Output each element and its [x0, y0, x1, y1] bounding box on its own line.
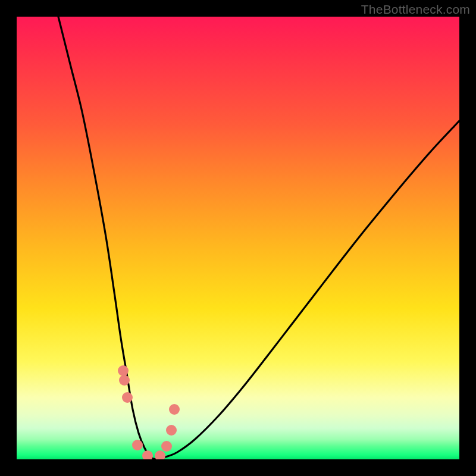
valley-marker-dot — [166, 425, 177, 436]
bottleneck-curve — [58, 17, 459, 459]
valley-marker-dot — [142, 450, 153, 459]
chart-frame: TheBottleneck.com — [0, 0, 476, 476]
valley-marker-dot — [132, 440, 143, 450]
watermark-text: TheBottleneck.com — [361, 2, 470, 17]
valley-marker-dot — [122, 392, 133, 403]
valley-marker-dot — [118, 365, 129, 376]
valley-marker-dot — [169, 404, 180, 415]
valley-markers — [118, 365, 180, 459]
valley-marker-dot — [155, 450, 165, 459]
valley-marker-dot — [161, 441, 172, 452]
plot-area — [17, 17, 459, 459]
valley-marker-dot — [119, 375, 130, 386]
curve-layer — [17, 17, 459, 459]
